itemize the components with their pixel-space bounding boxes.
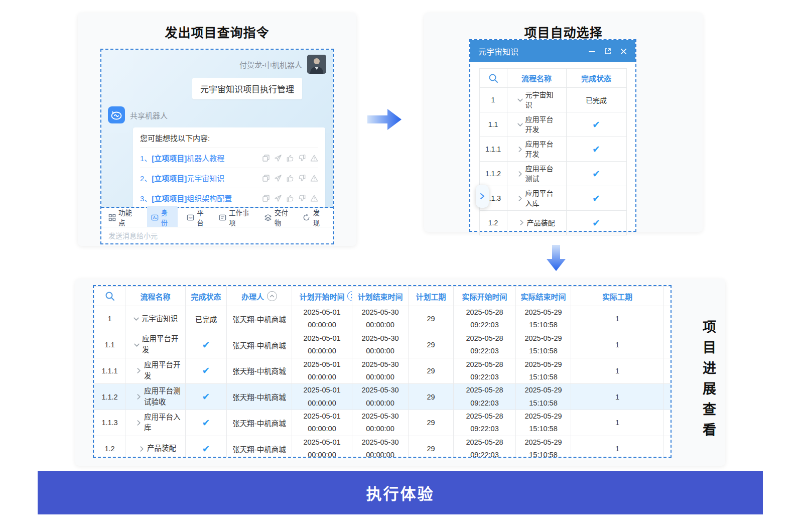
cell-act-start: 2025-05-28 09:22:03 [454,358,516,384]
table-row[interactable]: 1.1应用平台开发✔ [479,112,626,137]
chat-input[interactable]: 发送消息给小元 [101,227,333,243]
cell-assignee: 张天翔-中机商城 [227,358,292,384]
column-header-process-name[interactable]: 流程名称 [507,69,566,88]
table-row[interactable]: 1.1.1应用平台开发✔ [479,137,626,162]
column-header[interactable]: 办理人 [227,287,292,306]
column-header-status[interactable]: 完成状态 [566,69,626,88]
thumbs-up-icon[interactable] [286,194,294,202]
chevron-right-icon[interactable] [136,367,142,374]
chevron-right-icon[interactable] [136,420,142,426]
copy-icon[interactable] [262,154,270,162]
chevron-right-icon[interactable] [139,446,145,452]
copy-icon[interactable] [262,194,270,202]
table-row[interactable]: 1.1.2应用平台测试✔ [479,162,626,186]
toolbar-item-label: 功能点 [118,207,138,227]
process-name: 应用平台开发 [525,114,557,135]
column-header[interactable]: 计划结束时间 [352,287,409,306]
chevron-right-circle-icon[interactable] [347,291,352,301]
table-row[interactable]: 1元宇宙知识已完成 [479,88,626,112]
column-header[interactable]: 完成状态 [186,287,227,306]
column-header[interactable]: 流程名称 [125,287,186,306]
thumbs-down-icon[interactable] [298,194,306,202]
table-row[interactable]: 1.1.3应用平台入库✔ [479,186,626,211]
suggestion-item: 3、[立项项目]组织架构配置 [140,188,318,208]
warning-icon[interactable] [310,154,318,162]
thumbs-up-icon[interactable] [286,154,294,162]
suggestion-link[interactable]: 2、[立项项目]元宇宙知识 [140,173,224,183]
process-name: 应用平台测试验收 [144,386,183,408]
cell-assignee: 张天翔-中机商城 [227,332,292,358]
copy-icon[interactable] [262,174,270,182]
chevron-right-icon[interactable] [517,195,523,202]
suggestion-link[interactable]: 1、[立项项目]机器人教程 [140,153,224,163]
footer-bar: 执行体验 [38,471,763,514]
search-icon[interactable] [94,287,125,306]
toolbar-item-platform[interactable]: </>平台 [187,207,210,227]
maximize-button[interactable] [604,47,612,55]
cell-assignee: 张天翔-中机商城 [227,436,292,458]
cell-plan-days: 29 [409,306,454,332]
svg-text:A:: A: [153,215,157,220]
cell-plan-start: 2025-05-01 00:00:00 [292,436,352,458]
chevron-down-icon[interactable] [517,121,523,128]
toolbar-item-label: 身份 [161,207,174,227]
check-icon: ✔ [202,391,210,402]
toolbar-item-label: 工作事项 [229,207,255,227]
suggestion-item: 2、[立项项目]元宇宙知识 [140,168,318,188]
suggestion-link[interactable]: 3、[立项项目]组织架构配置 [140,193,232,203]
send-icon[interactable] [274,194,282,202]
toolbar-item-deliverables[interactable]: 交付物 [264,207,294,227]
table-row[interactable]: 1.1.3应用平台入库✔张天翔-中机商城2025-05-01 00:00:002… [94,410,671,436]
chevron-right-icon[interactable] [517,146,523,153]
close-button[interactable] [620,48,627,55]
table-row[interactable]: 1.1.1应用平台开发✔张天翔-中机商城2025-05-01 00:00:002… [94,358,671,384]
toolbar-item-label: 交付物 [275,207,294,227]
table-row[interactable]: 1.2产品装配✔张天翔-中机商城2025-05-01 00:00:002025-… [94,436,671,458]
user-message-bubble: 元宇宙知识项目执行管理 [192,78,302,99]
process-name: 应用平台开发 [144,360,183,382]
discover-icon [303,214,310,221]
chevron-right-icon[interactable] [136,393,142,400]
toolbar-item-tasks[interactable]: 工作事项 [219,207,255,227]
thumbs-down-icon[interactable] [298,174,306,182]
check-icon: ✔ [202,365,210,376]
cell-empty [664,332,671,358]
cell-act-start: 2025-05-28 09:22:03 [454,410,516,436]
chevron-down-icon[interactable] [133,316,140,322]
column-header[interactable]: 计划开始时间 [292,287,352,306]
toolbar-item-grid[interactable]: 功能点 [108,207,138,227]
warning-icon[interactable] [310,174,318,182]
svg-text:</>: </> [189,216,193,219]
thumbs-down-icon[interactable] [298,154,306,162]
chat-message-area: 付贺龙-中机机器人 元宇宙知识项目执行管理 共享机器人 您可能想找以下内容: [101,50,333,208]
minimize-button[interactable] [588,47,596,55]
chevron-down-icon[interactable] [517,97,523,103]
column-header[interactable]: 实际工期 [571,287,664,306]
toolbar-item-id-badge[interactable]: A:身份 [147,206,178,229]
chevron-down-icon[interactable] [134,342,140,348]
status-text: 已完成 [195,316,217,324]
chevron-up-circle-icon[interactable] [267,291,277,301]
table-row[interactable]: 1.2产品装配✔ [479,211,626,235]
search-icon[interactable] [479,69,507,88]
chevron-right-icon[interactable] [517,171,523,177]
column-header[interactable]: 实际开始时间 [454,287,516,306]
cell-act-end: 2025-05-29 15:10:58 [516,384,571,410]
send-icon[interactable] [274,174,282,182]
table-row[interactable]: 1.1应用平台开发✔张天翔-中机商城2025-05-01 00:00:00202… [94,332,671,358]
send-icon[interactable] [274,154,282,162]
chat-input-placeholder: 发送消息给小元 [108,232,158,240]
bot-reply-card: 您可能想找以下内容: 1、[立项项目]机器人教程2、[立项项目]元宇宙知识3、[… [133,127,325,208]
process-name: 元宇宙知识 [525,90,557,110]
column-header[interactable]: 计划工期 [409,287,454,306]
chevron-right-icon[interactable] [518,219,525,226]
table-row[interactable]: 1元宇宙知识已完成张天翔-中机商城2025-05-01 00:00:002025… [94,306,671,332]
flow-arrow-right-icon [366,104,404,137]
table-row[interactable]: 1.1.2应用平台测试验收✔张天翔-中机商城2025-05-01 00:00:0… [94,384,671,410]
expand-drawer-button[interactable] [476,185,489,208]
select-table: 流程名称 完成状态 1元宇宙知识已完成1.1应用平台开发✔1.1.1应用平台开发… [479,68,627,235]
warning-icon[interactable] [310,194,318,202]
toolbar-item-discover[interactable]: 发现 [303,207,326,227]
column-header[interactable]: 实际结束时间 [516,287,571,306]
thumbs-up-icon[interactable] [286,174,294,182]
